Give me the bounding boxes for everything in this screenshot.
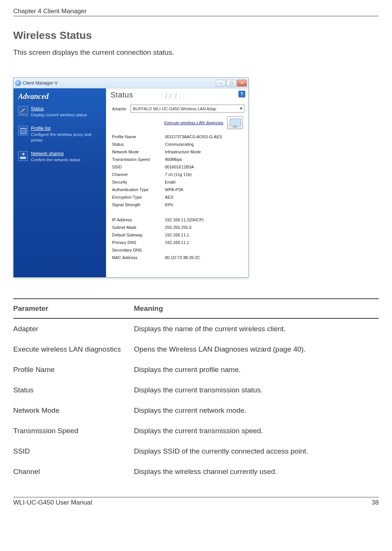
status-value: 83% [165,201,244,208]
section-title: Wireless Status [13,29,379,42]
status-value: 001D7373AAC0-AOSS-G-AES [165,133,244,140]
sidebar-link[interactable]: Profile list [31,126,101,131]
status-key: Default Gateway [112,231,165,239]
cell-meaning: Displays the current transmission status… [134,386,379,394]
status-row: Profile Name001D7373AAC0-AOSS-G-AES [112,133,244,140]
diagnosis-button[interactable] [227,116,243,129]
page-footer: WLI-UC-G450 User Manual 38 [13,497,379,506]
status-key: MAC Address [112,254,165,261]
status-value [165,246,244,254]
chapter-header: Chapter 4 Client Manager [13,8,379,16]
status-row: Primary DNS192.168.11.1 [112,239,244,246]
status-key: Channel [112,171,165,178]
status-key: Encryption Type [112,193,165,201]
status-row: SSID001601E12B3A [112,163,244,171]
cell-parameter: Profile Name [13,366,134,374]
sidebar-desc: Confirm the network status [31,157,80,162]
signal-graph-icon [161,93,188,99]
table-row: Network ModeDisplays the current network… [13,400,379,421]
table-row: Profile NameDisplays the current profile… [13,360,379,380]
table-header-row: Parameter Meaning [13,299,379,319]
sidebar-item-status[interactable]: Status Display current wireless status [18,106,101,117]
status-row: StatusCommunicating [112,140,244,148]
adapter-label: Adapter [112,106,127,111]
status-row: Transmission Speed450Mbps [112,156,244,163]
status-row: MAC Address00:1D:73:3B:26:2C [112,254,244,261]
header-parameter: Parameter [13,304,134,313]
status-value: WPA-PSK [165,186,244,193]
header-meaning: Meaning [134,304,379,313]
cell-parameter: Adapter [13,325,134,333]
cell-parameter: SSID [13,447,134,455]
status-row: IP Address192.168.11.2(DHCP) [112,216,244,224]
status-key: Secondary DNS [112,246,165,254]
table-row: SSIDDisplays SSID of the currently conne… [13,441,379,461]
cell-parameter: Network Mode [13,406,134,415]
status-value: AES [165,193,244,201]
status-key: Transmission Speed [112,156,165,163]
cell-meaning: Opens the Wireless LAN Diagnoses wizard … [134,345,379,353]
status-group-2: IP Address192.168.11.2(DHCP)Subnet Mask2… [112,216,244,261]
sidebar-link[interactable]: Network sharing [31,151,80,156]
page-number: 38 [372,499,379,506]
table-row: StatusDisplays the current transmission … [13,380,379,400]
status-value: 7 ch (11g 11b) [165,171,244,178]
help-button[interactable]: ? [238,91,245,97]
app-window: Client Manager V — ▢ ✕ Advanced Status D… [13,77,249,278]
minimize-button[interactable]: — [216,80,226,86]
titlebar: Client Manager V — ▢ ✕ [14,78,248,88]
status-row: Channel7 ch (11g 11b) [112,171,244,178]
status-row: Authentication TypeWPA-PSK [112,186,244,193]
sidebar-item-profile-list[interactable]: Profile list Configure the wireless prox… [18,126,101,143]
section-description: This screen displays the current connect… [13,48,379,57]
sidebar-item-network-sharing[interactable]: Network sharing Confirm the network stat… [18,151,101,162]
table-row: AdapterDisplays the name of the current … [13,319,379,339]
content-panel: ? Status Adapter BUFFALO WLI-UC-G450 Wir… [106,88,248,277]
adapter-select[interactable]: BUFFALO WLI-UC-G450 Wireless LAN Adap [131,105,244,113]
status-value: 00:1D:73:3B:26:2C [165,254,244,261]
status-value: 192.168.11.1 [165,239,244,246]
chevron-down-icon [240,108,243,110]
sidebar-link[interactable]: Status [31,106,87,111]
sidebar-desc: Display current wireless status [31,113,87,117]
chart-icon [18,106,28,116]
cell-parameter: Transmission Speed [13,427,134,435]
list-icon [18,126,28,136]
diagnosis-link[interactable]: Execute wireless LAN diagnosis [164,120,223,125]
parameter-table: Parameter Meaning AdapterDisplays the na… [13,298,379,482]
status-row: Signal Strength83% [112,201,244,208]
status-value: 192.168.11.2(DHCP) [165,216,244,224]
status-key: Subnet Mask [112,224,165,231]
status-key: IP Address [112,216,165,224]
status-key: Primary DNS [112,239,165,246]
adapter-value: BUFFALO WLI-UC-G450 Wireless LAN Adap [133,106,217,111]
status-value: Communicating [165,140,244,148]
cell-meaning: Displays the current transmission speed. [134,427,379,435]
table-row: Execute wireless LAN diagnosticsOpens th… [13,339,379,360]
status-value: 192.168.11.1 [165,231,244,239]
sidebar: Advanced Status Display current wireless… [14,88,106,277]
maximize-button[interactable]: ▢ [226,80,236,86]
cell-parameter: Status [13,386,134,394]
status-key: Profile Name [112,133,165,140]
cell-meaning: Displays the wireless channel currently … [134,468,379,476]
status-row: Secondary DNS [112,246,244,254]
status-row: SecurityEnabl [112,178,244,186]
sidebar-desc: Configure the wireless proxy and printer… [31,132,91,142]
cell-parameter: Execute wireless LAN diagnostics [13,345,134,353]
status-row: Encryption TypeAES [112,193,244,201]
status-value: 255.255.255.0 [165,224,244,231]
table-row: ChannelDisplays the wireless channel cur… [13,461,379,482]
status-value: 001601E12B3A [165,163,244,171]
app-icon [15,80,21,86]
status-key: Security [112,178,165,186]
status-key: Status [112,140,165,148]
status-key: Signal Strength [112,201,165,208]
cell-meaning: Displays the current profile name. [134,366,379,374]
close-button[interactable]: ✕ [237,80,247,86]
status-value: 450Mbps [165,156,244,163]
sidebar-heading: Advanced [18,92,101,101]
status-value: Enabl [165,178,244,186]
status-key: Authentication Type [112,186,165,193]
status-value: Infrastructure Mode [165,148,244,156]
